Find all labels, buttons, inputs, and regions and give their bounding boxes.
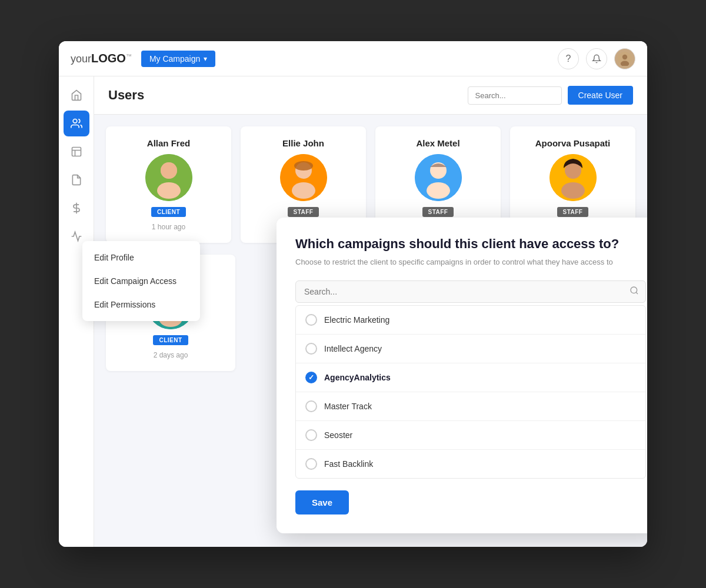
campaign-name-0: Electric Marketing [324,315,389,325]
header-actions: Create User [468,86,633,105]
campaign-item-4[interactable]: Seoster [296,421,645,450]
campaign-item-5[interactable]: Fast Backlink [296,450,645,478]
svg-point-1 [622,54,627,59]
sidebar-item-home[interactable] [64,82,89,108]
create-user-button[interactable]: Create User [568,86,633,105]
context-menu-edit-permissions[interactable]: Edit Permissions [82,293,200,316]
app-window: yourLOGO™ My Campaign ? [59,41,647,547]
user-badge-1: STAFF [288,207,319,217]
user-badge-james: CLIENT [153,335,188,345]
logo-area: yourLOGO™ [71,52,132,65]
user-badge-0: CLIENT [151,207,186,217]
campaign-item-3[interactable]: Master Track [296,392,645,421]
user-avatar-header[interactable] [614,48,635,69]
radio-electric-marketing[interactable] [305,314,317,326]
svg-point-14 [292,182,315,199]
user-card-0[interactable]: Allan Fred CLIENT 1 hour ago [106,126,231,243]
user-avatar-3 [550,154,597,201]
radio-agency-analytics[interactable] [305,372,317,383]
logo-text: yourLOGO™ [71,52,132,65]
svg-line-26 [636,292,638,294]
help-button[interactable]: ? [558,48,579,69]
page-title: Users [108,88,144,103]
user-name-1: Ellie John [282,138,324,148]
campaign-item-1[interactable]: Intellect Agency [296,335,645,363]
radio-master-track[interactable] [305,400,317,412]
header: yourLOGO™ My Campaign ? [59,41,647,76]
content-header: Users Create User [94,76,647,115]
radio-seoster[interactable] [305,429,317,441]
radio-fast-backlink[interactable] [305,458,317,470]
user-avatar-2 [415,154,462,201]
svg-point-15 [294,161,313,171]
campaigns-list: Electric Marketing Intellect Agency Agen… [295,305,646,479]
user-time-0: 1 hour ago [152,223,185,231]
modal-search-input[interactable] [295,280,646,303]
context-menu-edit-profile[interactable]: Edit Profile [82,246,200,269]
search-icon [630,286,639,298]
user-badge-3: STAFF [557,207,589,217]
sidebar-item-billing[interactable] [64,195,89,221]
user-avatar-0 [145,154,192,201]
search-input[interactable] [468,86,562,105]
sidebar-item-documents[interactable] [64,167,89,193]
header-right: ? [558,48,635,69]
radio-intellect-agency[interactable] [305,343,317,355]
campaign-access-modal: Which campaigns should this client have … [277,218,647,533]
user-name-3: Apoorva Pusapati [535,138,611,148]
save-button[interactable]: Save [295,490,349,514]
campaign-item-2[interactable]: AgencyAnalytics [296,363,645,392]
user-name-0: Allan Fred [147,138,190,148]
campaign-item-0[interactable]: Electric Marketing [296,306,645,335]
context-menu-edit-campaign-access[interactable]: Edit Campaign Access [82,269,200,293]
sidebar-item-users[interactable] [64,111,89,136]
svg-point-11 [161,162,177,179]
user-name-2: Alex Metel [416,138,459,148]
modal-search-wrapper [295,280,646,303]
modal-subtitle: Choose to restrict the client to specifi… [295,258,646,266]
sidebar-item-reports[interactable] [64,139,89,165]
svg-point-25 [631,287,637,293]
modal-title: Which campaigns should this client have … [295,236,646,252]
campaign-dropdown[interactable]: My Campaign [141,51,215,67]
notifications-button[interactable] [586,48,607,69]
user-avatar-1 [280,154,327,201]
campaign-name-5: Fast Backlink [324,459,373,469]
user-time-james: 2 days ago [154,351,188,359]
svg-point-18 [427,182,450,199]
campaign-name-1: Intellect Agency [324,344,382,353]
campaign-name-2: AgencyAnalytics [324,373,391,382]
context-menu: Edit Profile Edit Campaign Access Edit P… [82,241,200,321]
svg-rect-4 [72,148,81,156]
svg-point-10 [157,182,181,199]
campaign-name-4: Seoster [324,430,352,440]
campaign-name-3: Master Track [324,402,372,411]
user-badge-2: STAFF [422,207,454,217]
svg-point-21 [561,182,585,199]
svg-point-3 [73,119,77,123]
